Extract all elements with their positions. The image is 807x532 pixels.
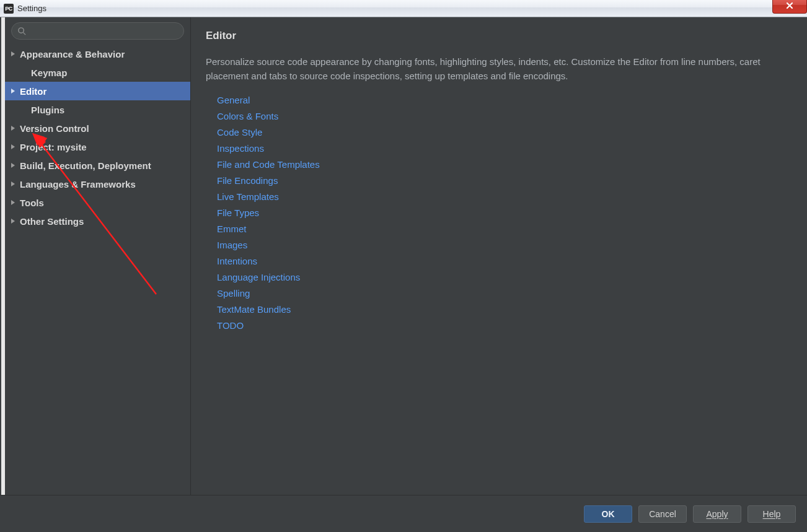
sidebar-item-editor[interactable]: Editor: [5, 82, 190, 100]
expand-arrow-icon: [11, 181, 15, 186]
help-button[interactable]: Help: [747, 505, 796, 523]
editor-link-images[interactable]: Images: [217, 237, 792, 253]
settings-tree: Appearance & BehaviorKeymapEditorPlugins…: [5, 45, 190, 230]
ok-button[interactable]: OK: [584, 505, 632, 523]
sidebar-item-label: Plugins: [31, 105, 64, 115]
editor-link-colors-fonts[interactable]: Colors & Fonts: [217, 108, 792, 124]
editor-link-todo[interactable]: TODO: [217, 318, 792, 334]
expand-arrow-icon: [11, 89, 15, 94]
editor-sublinks: GeneralColors & FontsCode StyleInspectio…: [206, 92, 792, 334]
content-pane: Editor Personalize source code appearanc…: [191, 17, 807, 495]
expand-arrow-icon: [11, 126, 15, 131]
editor-link-live-templates[interactable]: Live Templates: [217, 189, 792, 205]
apply-button[interactable]: Apply: [693, 505, 741, 523]
sidebar-item-appearance-behavior[interactable]: Appearance & Behavior: [5, 45, 190, 63]
editor-link-emmet[interactable]: Emmet: [217, 221, 792, 237]
expand-arrow-icon: [11, 144, 15, 149]
window-title: Settings: [17, 4, 46, 13]
editor-link-general[interactable]: General: [217, 92, 792, 108]
sidebar-item-label: Project: mysite: [20, 142, 87, 152]
sidebar-item-label: Build, Execution, Deployment: [20, 160, 151, 171]
sidebar-item-plugins[interactable]: Plugins: [5, 100, 190, 119]
expand-arrow-icon: [11, 51, 15, 56]
sidebar-item-label: Version Control: [20, 123, 89, 134]
sidebar-item-label: Appearance & Behavior: [20, 49, 125, 59]
sidebar-item-other-settings[interactable]: Other Settings: [5, 212, 190, 230]
svg-line-1: [23, 32, 25, 35]
close-icon: [785, 1, 794, 10]
editor-link-spelling[interactable]: Spelling: [217, 286, 792, 302]
editor-link-language-injections[interactable]: Language Injections: [217, 269, 792, 286]
editor-link-file-types[interactable]: File Types: [217, 205, 792, 221]
sidebar-item-build-execution-deployment[interactable]: Build, Execution, Deployment: [5, 156, 190, 175]
search-field[interactable]: [11, 22, 184, 40]
sidebar-item-project-mysite[interactable]: Project: mysite: [5, 137, 190, 156]
sidebar-item-version-control[interactable]: Version Control: [5, 119, 190, 137]
titlebar: PC Settings: [0, 0, 807, 17]
sidebar-item-label: Tools: [20, 198, 44, 208]
search-input[interactable]: [30, 27, 177, 36]
sidebar-item-tools[interactable]: Tools: [5, 193, 190, 212]
sidebar-item-label: Editor: [20, 86, 46, 97]
page-description: Personalize source code appearance by ch…: [206, 55, 788, 84]
page-title: Editor: [206, 30, 792, 42]
sidebar-item-languages-frameworks[interactable]: Languages & Frameworks: [5, 175, 190, 193]
editor-link-file-and-code-templates[interactable]: File and Code Templates: [217, 157, 792, 173]
cancel-button[interactable]: Cancel: [638, 505, 687, 523]
sidebar-item-keymap[interactable]: Keymap: [5, 63, 190, 82]
editor-link-file-encodings[interactable]: File Encodings: [217, 173, 792, 189]
close-button[interactable]: [772, 0, 807, 14]
expand-arrow-icon: [11, 200, 15, 205]
window-body: Appearance & BehaviorKeymapEditorPlugins…: [0, 17, 807, 495]
editor-link-textmate-bundles[interactable]: TextMate Bundles: [217, 302, 792, 318]
svg-point-0: [19, 28, 24, 33]
editor-link-intentions[interactable]: Intentions: [217, 253, 792, 269]
sidebar-item-label: Languages & Frameworks: [20, 179, 136, 190]
sidebar-item-label: Other Settings: [20, 216, 84, 227]
editor-link-inspections[interactable]: Inspections: [217, 141, 792, 157]
dialog-footer: OK Cancel Apply Help: [0, 495, 807, 532]
editor-link-code-style[interactable]: Code Style: [217, 124, 792, 141]
sidebar: Appearance & BehaviorKeymapEditorPlugins…: [0, 17, 191, 495]
search-wrap: [5, 22, 190, 45]
expand-arrow-icon: [11, 219, 15, 224]
sidebar-item-label: Keymap: [31, 68, 67, 78]
expand-arrow-icon: [11, 163, 15, 168]
sidebar-inner: Appearance & BehaviorKeymapEditorPlugins…: [1, 17, 190, 495]
app-icon: PC: [4, 4, 14, 14]
search-icon: [17, 27, 27, 36]
